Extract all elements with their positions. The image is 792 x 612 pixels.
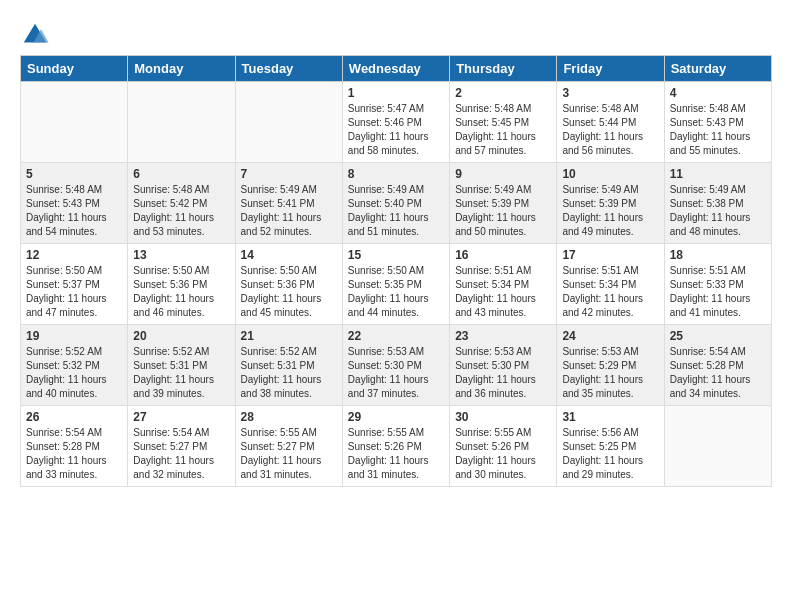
- logo-icon: [20, 20, 50, 50]
- day-number: 16: [455, 248, 551, 262]
- calendar-cell: 12Sunrise: 5:50 AM Sunset: 5:37 PM Dayli…: [21, 244, 128, 325]
- calendar-cell: 24Sunrise: 5:53 AM Sunset: 5:29 PM Dayli…: [557, 325, 664, 406]
- day-number: 14: [241, 248, 337, 262]
- day-number: 13: [133, 248, 229, 262]
- day-info: Sunrise: 5:51 AM Sunset: 5:34 PM Dayligh…: [562, 264, 658, 320]
- day-number: 21: [241, 329, 337, 343]
- calendar-cell: [235, 82, 342, 163]
- day-info: Sunrise: 5:55 AM Sunset: 5:26 PM Dayligh…: [348, 426, 444, 482]
- day-number: 18: [670, 248, 766, 262]
- day-number: 22: [348, 329, 444, 343]
- day-info: Sunrise: 5:55 AM Sunset: 5:26 PM Dayligh…: [455, 426, 551, 482]
- calendar-cell: [21, 82, 128, 163]
- day-number: 26: [26, 410, 122, 424]
- day-number: 7: [241, 167, 337, 181]
- day-info: Sunrise: 5:48 AM Sunset: 5:43 PM Dayligh…: [26, 183, 122, 239]
- calendar-cell: 14Sunrise: 5:50 AM Sunset: 5:36 PM Dayli…: [235, 244, 342, 325]
- day-number: 3: [562, 86, 658, 100]
- calendar-cell: 13Sunrise: 5:50 AM Sunset: 5:36 PM Dayli…: [128, 244, 235, 325]
- calendar-cell: 4Sunrise: 5:48 AM Sunset: 5:43 PM Daylig…: [664, 82, 771, 163]
- calendar-cell: 28Sunrise: 5:55 AM Sunset: 5:27 PM Dayli…: [235, 406, 342, 487]
- day-info: Sunrise: 5:54 AM Sunset: 5:28 PM Dayligh…: [670, 345, 766, 401]
- header-saturday: Saturday: [664, 56, 771, 82]
- calendar-cell: 18Sunrise: 5:51 AM Sunset: 5:33 PM Dayli…: [664, 244, 771, 325]
- day-info: Sunrise: 5:53 AM Sunset: 5:29 PM Dayligh…: [562, 345, 658, 401]
- page-header: [10, 10, 782, 55]
- day-info: Sunrise: 5:48 AM Sunset: 5:42 PM Dayligh…: [133, 183, 229, 239]
- day-info: Sunrise: 5:49 AM Sunset: 5:38 PM Dayligh…: [670, 183, 766, 239]
- calendar-header: SundayMondayTuesdayWednesdayThursdayFrid…: [21, 56, 772, 82]
- header-row: SundayMondayTuesdayWednesdayThursdayFrid…: [21, 56, 772, 82]
- calendar-cell: 31Sunrise: 5:56 AM Sunset: 5:25 PM Dayli…: [557, 406, 664, 487]
- day-number: 8: [348, 167, 444, 181]
- day-info: Sunrise: 5:51 AM Sunset: 5:34 PM Dayligh…: [455, 264, 551, 320]
- calendar-cell: 15Sunrise: 5:50 AM Sunset: 5:35 PM Dayli…: [342, 244, 449, 325]
- day-info: Sunrise: 5:50 AM Sunset: 5:37 PM Dayligh…: [26, 264, 122, 320]
- calendar-cell: 7Sunrise: 5:49 AM Sunset: 5:41 PM Daylig…: [235, 163, 342, 244]
- calendar-cell: 9Sunrise: 5:49 AM Sunset: 5:39 PM Daylig…: [450, 163, 557, 244]
- day-info: Sunrise: 5:52 AM Sunset: 5:31 PM Dayligh…: [241, 345, 337, 401]
- day-number: 10: [562, 167, 658, 181]
- calendar-cell: 30Sunrise: 5:55 AM Sunset: 5:26 PM Dayli…: [450, 406, 557, 487]
- day-info: Sunrise: 5:50 AM Sunset: 5:36 PM Dayligh…: [133, 264, 229, 320]
- day-number: 4: [670, 86, 766, 100]
- day-number: 9: [455, 167, 551, 181]
- day-info: Sunrise: 5:54 AM Sunset: 5:28 PM Dayligh…: [26, 426, 122, 482]
- day-number: 30: [455, 410, 551, 424]
- calendar-cell: 8Sunrise: 5:49 AM Sunset: 5:40 PM Daylig…: [342, 163, 449, 244]
- calendar-cell: 2Sunrise: 5:48 AM Sunset: 5:45 PM Daylig…: [450, 82, 557, 163]
- calendar-cell: 25Sunrise: 5:54 AM Sunset: 5:28 PM Dayli…: [664, 325, 771, 406]
- day-info: Sunrise: 5:51 AM Sunset: 5:33 PM Dayligh…: [670, 264, 766, 320]
- day-number: 12: [26, 248, 122, 262]
- day-number: 29: [348, 410, 444, 424]
- day-info: Sunrise: 5:48 AM Sunset: 5:45 PM Dayligh…: [455, 102, 551, 158]
- day-number: 20: [133, 329, 229, 343]
- day-info: Sunrise: 5:52 AM Sunset: 5:31 PM Dayligh…: [133, 345, 229, 401]
- day-number: 27: [133, 410, 229, 424]
- calendar-week-4: 19Sunrise: 5:52 AM Sunset: 5:32 PM Dayli…: [21, 325, 772, 406]
- day-info: Sunrise: 5:49 AM Sunset: 5:41 PM Dayligh…: [241, 183, 337, 239]
- day-info: Sunrise: 5:53 AM Sunset: 5:30 PM Dayligh…: [455, 345, 551, 401]
- calendar-cell: 21Sunrise: 5:52 AM Sunset: 5:31 PM Dayli…: [235, 325, 342, 406]
- calendar-cell: 5Sunrise: 5:48 AM Sunset: 5:43 PM Daylig…: [21, 163, 128, 244]
- day-info: Sunrise: 5:55 AM Sunset: 5:27 PM Dayligh…: [241, 426, 337, 482]
- day-number: 15: [348, 248, 444, 262]
- calendar-cell: 6Sunrise: 5:48 AM Sunset: 5:42 PM Daylig…: [128, 163, 235, 244]
- calendar-cell: [128, 82, 235, 163]
- header-monday: Monday: [128, 56, 235, 82]
- calendar-cell: 23Sunrise: 5:53 AM Sunset: 5:30 PM Dayli…: [450, 325, 557, 406]
- header-thursday: Thursday: [450, 56, 557, 82]
- calendar-cell: 22Sunrise: 5:53 AM Sunset: 5:30 PM Dayli…: [342, 325, 449, 406]
- calendar-cell: 10Sunrise: 5:49 AM Sunset: 5:39 PM Dayli…: [557, 163, 664, 244]
- day-number: 24: [562, 329, 658, 343]
- day-info: Sunrise: 5:49 AM Sunset: 5:39 PM Dayligh…: [455, 183, 551, 239]
- day-number: 1: [348, 86, 444, 100]
- header-friday: Friday: [557, 56, 664, 82]
- day-number: 23: [455, 329, 551, 343]
- calendar-week-3: 12Sunrise: 5:50 AM Sunset: 5:37 PM Dayli…: [21, 244, 772, 325]
- day-info: Sunrise: 5:56 AM Sunset: 5:25 PM Dayligh…: [562, 426, 658, 482]
- day-number: 5: [26, 167, 122, 181]
- calendar-week-5: 26Sunrise: 5:54 AM Sunset: 5:28 PM Dayli…: [21, 406, 772, 487]
- calendar-cell: 17Sunrise: 5:51 AM Sunset: 5:34 PM Dayli…: [557, 244, 664, 325]
- day-number: 25: [670, 329, 766, 343]
- day-number: 11: [670, 167, 766, 181]
- calendar-cell: 16Sunrise: 5:51 AM Sunset: 5:34 PM Dayli…: [450, 244, 557, 325]
- day-info: Sunrise: 5:49 AM Sunset: 5:40 PM Dayligh…: [348, 183, 444, 239]
- calendar-cell: 20Sunrise: 5:52 AM Sunset: 5:31 PM Dayli…: [128, 325, 235, 406]
- day-info: Sunrise: 5:49 AM Sunset: 5:39 PM Dayligh…: [562, 183, 658, 239]
- header-wednesday: Wednesday: [342, 56, 449, 82]
- calendar-cell: 3Sunrise: 5:48 AM Sunset: 5:44 PM Daylig…: [557, 82, 664, 163]
- day-number: 19: [26, 329, 122, 343]
- day-info: Sunrise: 5:50 AM Sunset: 5:35 PM Dayligh…: [348, 264, 444, 320]
- day-info: Sunrise: 5:53 AM Sunset: 5:30 PM Dayligh…: [348, 345, 444, 401]
- day-number: 6: [133, 167, 229, 181]
- calendar-cell: 29Sunrise: 5:55 AM Sunset: 5:26 PM Dayli…: [342, 406, 449, 487]
- header-tuesday: Tuesday: [235, 56, 342, 82]
- day-info: Sunrise: 5:48 AM Sunset: 5:43 PM Dayligh…: [670, 102, 766, 158]
- calendar-cell: 19Sunrise: 5:52 AM Sunset: 5:32 PM Dayli…: [21, 325, 128, 406]
- calendar-cell: 1Sunrise: 5:47 AM Sunset: 5:46 PM Daylig…: [342, 82, 449, 163]
- day-number: 28: [241, 410, 337, 424]
- calendar-cell: [664, 406, 771, 487]
- logo: [20, 20, 55, 50]
